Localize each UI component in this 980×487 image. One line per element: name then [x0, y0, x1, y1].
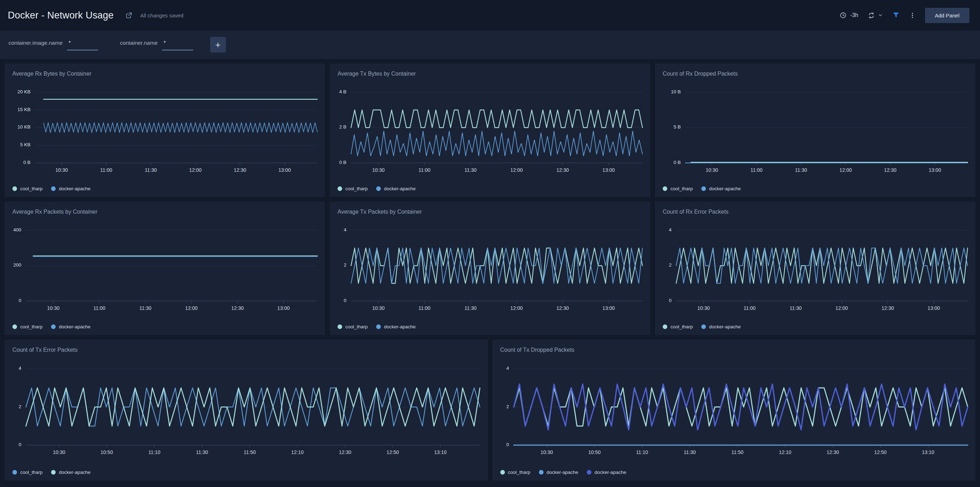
x-axis: 10:3011:0011:3012:0012:3013:00	[35, 163, 317, 176]
panel-average-tx-bytes-by-container: Average Tx Bytes by Container 4 B2 B0 B …	[330, 64, 650, 197]
x-axis-label: 11:30	[684, 449, 696, 455]
panel-title: Average Tx Bytes by Container	[337, 71, 643, 77]
x-axis-label: 11:00	[93, 305, 105, 311]
legend-item-docker-apache[interactable]: docker-apache	[701, 186, 741, 191]
share-button[interactable]	[125, 12, 133, 19]
legend-item-cool-tharp[interactable]: cool_tharp	[13, 324, 43, 329]
legend-item-docker-apache[interactable]: docker-apache	[51, 324, 91, 329]
chart-canvas[interactable]	[351, 87, 643, 163]
x-axis-label: 13:00	[929, 167, 941, 173]
x-axis-label: 11:30	[465, 167, 477, 173]
x-axis-label: 10:30	[372, 167, 385, 173]
filter-button[interactable]	[892, 11, 900, 19]
legend-item-docker-apache[interactable]: docker-apache	[51, 469, 91, 475]
legend-item-cool-tharp[interactable]: cool_tharp	[337, 186, 368, 191]
y-axis-label: 10 KB	[18, 124, 30, 129]
legend-label: cool_tharp	[20, 324, 43, 329]
x-axis-label: 12:30	[556, 167, 569, 173]
time-range-label: -3h	[850, 12, 858, 18]
plot-area: 10:3011:0011:3012:0012:3013:00	[351, 87, 643, 176]
x-axis: 10:3011:0011:3012:0012:3013:00	[351, 163, 643, 176]
chart-canvas[interactable]	[686, 87, 967, 163]
x-axis-label: 10:50	[100, 449, 113, 455]
legend-dot	[13, 324, 17, 329]
y-axis-label: 20 KB	[18, 89, 30, 94]
legend-item-cool-tharp[interactable]: cool_tharp	[337, 324, 368, 329]
legend-item-docker-apache[interactable]: docker-apache	[51, 186, 91, 191]
x-axis-label: 11:10	[636, 449, 648, 455]
legend-dot	[13, 186, 17, 191]
x-axis-label: 11:10	[148, 449, 160, 455]
legend: cool_tharpdocker-apache	[337, 186, 643, 191]
x-axis-label: 13:00	[602, 167, 615, 173]
legend-dot	[539, 470, 544, 474]
chart-area: 420 10:3011:0011:3012:0012:3013:00	[337, 225, 643, 314]
legend-label: docker-apache	[595, 469, 626, 475]
x-axis-label: 12:30	[556, 305, 569, 311]
chart-canvas[interactable]	[676, 225, 967, 301]
legend-item-cool-tharp[interactable]: cool_tharp	[13, 469, 43, 475]
chart-canvas[interactable]	[514, 363, 968, 445]
x-axis-label: 12:30	[826, 449, 839, 455]
add-panel-button[interactable]: Add Panel	[925, 8, 969, 23]
legend: cool_tharpdocker-apache	[13, 186, 317, 191]
legend-item-docker-apache[interactable]: docker-apache	[587, 469, 626, 475]
panel-title: Count of Rx Dropped Packets	[663, 71, 967, 77]
x-axis-label: 10:30	[372, 305, 385, 311]
chart-canvas[interactable]	[351, 225, 643, 301]
y-axis-label: 2 B	[339, 124, 347, 129]
legend-item-docker-apache[interactable]: docker-apache	[376, 324, 415, 329]
legend-label: docker-apache	[59, 186, 91, 191]
y-axis-label: 2	[506, 404, 509, 409]
y-axis-label: 0 B	[674, 160, 681, 165]
y-axis-label: 400	[13, 227, 21, 233]
chart-canvas[interactable]	[26, 363, 480, 445]
chart-canvas[interactable]	[35, 87, 317, 163]
legend-label: docker-apache	[547, 469, 578, 475]
x-axis-label: 13:00	[277, 305, 290, 311]
filter-bar: container.image.name * container.name * …	[0, 30, 980, 59]
page-title: Docker - Network Usage	[8, 10, 114, 21]
refresh-control[interactable]	[868, 12, 883, 19]
legend-label: cool_tharp	[670, 186, 693, 191]
legend-dot	[663, 324, 667, 329]
legend-dot	[587, 470, 592, 474]
plot-area: 10:3011:0011:3012:0012:3013:00	[35, 87, 317, 176]
legend-item-cool-tharp[interactable]: cool_tharp	[13, 186, 43, 191]
panel-count-of-rx-error-packets: Count of Rx Error Packets 420 10:3011:00…	[655, 201, 975, 335]
legend-item-docker-apache[interactable]: docker-apache	[376, 186, 415, 191]
legend-item-docker-apache[interactable]: docker-apache	[539, 469, 578, 475]
y-axis-label: 0 B	[24, 160, 30, 165]
more-menu-button[interactable]	[909, 12, 916, 19]
chart-canvas[interactable]	[26, 225, 317, 301]
x-axis: 10:3011:0011:3012:0012:3013:00	[686, 163, 967, 176]
time-range-control[interactable]: -3h	[840, 12, 858, 19]
filter-input-container-name[interactable]: *	[162, 39, 193, 50]
legend: cool_tharpdocker-apache	[663, 324, 967, 329]
panel-title: Count of Tx Error Packets	[13, 347, 480, 353]
y-axis-label: 0	[18, 298, 21, 303]
legend-item-cool-tharp[interactable]: cool_tharp	[663, 186, 693, 191]
x-axis-label: 11:00	[418, 167, 430, 173]
filter-input-container-image-name[interactable]: *	[67, 39, 98, 50]
panel-count-of-rx-dropped-packets: Count of Rx Dropped Packets 10 B5 B0 B 1…	[655, 64, 975, 197]
x-axis-label: 10:30	[55, 167, 68, 173]
y-axis-label: 5 KB	[20, 142, 30, 147]
kebab-menu-icon	[909, 12, 916, 19]
legend-label: cool_tharp	[20, 469, 43, 475]
x-axis-label: 10:30	[47, 305, 60, 311]
y-axis-label: 0	[344, 298, 347, 303]
header-controls: -3h Add Panel	[840, 8, 969, 23]
legend-item-cool-tharp[interactable]: cool_tharp	[663, 324, 693, 329]
chart-area: 10 B5 B0 B 10:3011:0011:3012:0012:3013:0…	[663, 87, 967, 176]
chart-area: 420 10:3010:5011:1011:3011:5012:1012:301…	[500, 363, 968, 458]
legend-label: cool_tharp	[345, 186, 368, 191]
legend-item-cool-tharp[interactable]: cool_tharp	[500, 469, 530, 475]
x-axis-label: 10:50	[588, 449, 601, 455]
x-axis-label: 12:30	[231, 305, 243, 311]
x-axis-label: 11:30	[795, 167, 807, 173]
legend-item-docker-apache[interactable]: docker-apache	[701, 324, 741, 329]
add-filter-button[interactable]: +	[210, 37, 226, 53]
legend-dot	[376, 186, 381, 191]
chart-area: 4002000 10:3011:0011:3012:0012:3013:00	[13, 225, 317, 314]
